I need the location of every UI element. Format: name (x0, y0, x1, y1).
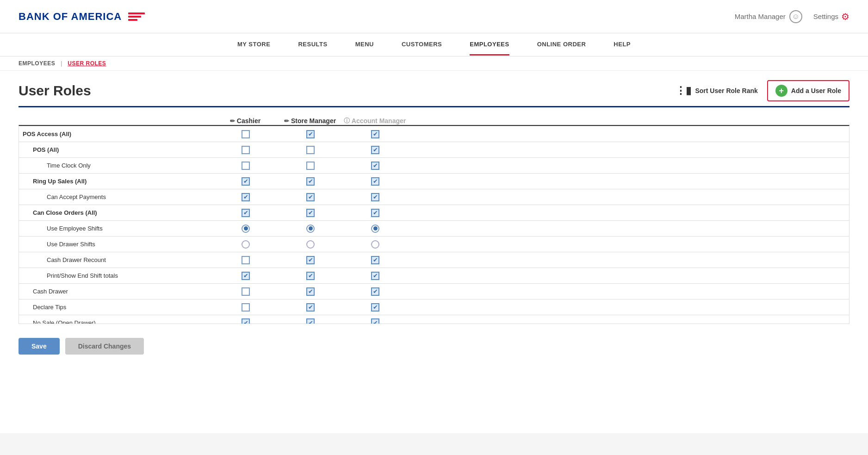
perm-cell-store-manager[interactable] (278, 316, 343, 324)
radio-selected[interactable] (306, 224, 315, 233)
perm-cell-cashier[interactable] (213, 159, 278, 173)
checkbox-checked[interactable] (306, 209, 315, 217)
perm-cell-account-manager (343, 316, 408, 324)
perm-cell-account-manager (343, 175, 408, 188)
nav-help[interactable]: HELP (614, 34, 631, 56)
checkbox-checked[interactable] (242, 272, 250, 280)
perm-label: No Sale (Open Drawer) (19, 317, 213, 324)
checkbox-checked[interactable] (306, 177, 315, 186)
perm-cell-store-manager[interactable] (278, 127, 343, 141)
radio-selected[interactable] (242, 224, 250, 233)
perm-cell-store-manager[interactable] (278, 175, 343, 188)
checkbox-checked (371, 287, 379, 296)
user-name: Martha Manager (735, 12, 786, 20)
checkbox-checked[interactable] (242, 177, 250, 186)
perm-cell-store-manager[interactable] (278, 190, 343, 204)
checkbox-checked[interactable] (306, 256, 315, 264)
checkbox-checked[interactable] (242, 209, 250, 217)
perm-cell-account-manager (343, 190, 408, 204)
perm-label: Can Accept Payments (19, 191, 213, 203)
table-row: Use Drawer Shifts (19, 236, 849, 252)
sort-user-role-rank-button[interactable]: ⋮▮ Sort User Role Rank (676, 85, 757, 97)
perm-cell-cashier[interactable] (213, 206, 278, 220)
table-row: Can Close Orders (All) (19, 205, 849, 220)
perm-cell-store-manager[interactable] (278, 143, 343, 157)
perm-cell-cashier[interactable] (213, 175, 278, 188)
checkbox-checked[interactable] (306, 193, 315, 201)
perm-cell-account-manager (343, 222, 408, 236)
checkbox-checked[interactable] (306, 287, 315, 296)
permissions-table[interactable]: POS Access (All) POS (All) (19, 125, 849, 324)
nav-customers[interactable]: CUSTOMERS (402, 34, 442, 56)
nav-my-store[interactable]: MY STORE (237, 34, 270, 56)
settings-link[interactable]: Settings ⚙ (813, 11, 849, 22)
table-row: No Sale (Open Drawer) (19, 315, 849, 324)
perm-label: Use Employee Shifts (19, 222, 213, 235)
perm-cell-store-manager[interactable] (278, 206, 343, 220)
perm-cell-store-manager[interactable] (278, 269, 343, 283)
perm-cell-account-manager (343, 269, 408, 283)
perm-cell-store-manager[interactable] (278, 253, 343, 267)
checkbox-checked (371, 130, 379, 138)
perm-cell-cashier[interactable] (213, 143, 278, 157)
table-row: Cash Drawer (19, 283, 849, 299)
checkbox[interactable] (306, 162, 315, 170)
perm-cell-store-manager[interactable] (278, 222, 343, 236)
perm-cell-cashier[interactable] (213, 300, 278, 314)
nav-employees[interactable]: EMPLOYEES (470, 34, 509, 56)
checkbox[interactable] (242, 162, 250, 170)
checkbox-checked (371, 272, 379, 280)
checkbox[interactable] (242, 303, 250, 312)
perm-cell-cashier[interactable] (213, 237, 278, 251)
breadcrumb: EMPLOYEES | USER ROLES (0, 56, 868, 71)
role-header-store-manager: ✏ Store Manager (278, 117, 342, 125)
checkbox[interactable] (242, 287, 250, 296)
save-button[interactable]: Save (19, 338, 60, 355)
discard-button[interactable]: Discard Changes (65, 338, 144, 355)
perm-cell-store-manager[interactable] (278, 300, 343, 314)
table-row: Time Clock Only (19, 157, 849, 173)
logo-area: BANK OF AMERICA (19, 11, 145, 23)
top-header: BANK OF AMERICA Martha Manager ☺ Setting… (0, 0, 868, 33)
checkbox-checked[interactable] (242, 193, 250, 201)
checkbox-checked[interactable] (306, 272, 315, 280)
checkbox-checked[interactable] (306, 303, 315, 312)
radio-unselected[interactable] (306, 240, 315, 249)
nav-results[interactable]: RESULTS (298, 34, 327, 56)
nav-online-order[interactable]: ONLINE ORDER (537, 34, 586, 56)
checkbox[interactable] (306, 146, 315, 154)
perm-cell-cashier[interactable] (213, 253, 278, 267)
checkbox-checked[interactable] (306, 318, 315, 324)
breadcrumb-parent[interactable]: EMPLOYEES (19, 60, 55, 67)
role-headers: ✏ Cashier ✏ Store Manager ⓘ Account Mana… (19, 117, 849, 125)
perm-cell-store-manager[interactable] (278, 159, 343, 173)
perm-cell-cashier[interactable] (213, 316, 278, 324)
perm-cell-cashier[interactable] (213, 222, 278, 236)
checkbox-checked[interactable] (306, 130, 315, 138)
table-row: Can Accept Payments (19, 189, 849, 205)
breadcrumb-current[interactable]: USER ROLES (68, 60, 106, 67)
perm-cell-store-manager[interactable] (278, 237, 343, 251)
checkbox[interactable] (242, 256, 250, 264)
edit-cashier-icon: ✏ (230, 118, 235, 125)
checkbox-checked (371, 162, 379, 170)
logo-flag (128, 12, 145, 21)
perm-cell-account-manager (343, 159, 408, 173)
perm-cell-cashier[interactable] (213, 285, 278, 299)
perm-cell-store-manager[interactable] (278, 285, 343, 299)
checkbox[interactable] (242, 130, 250, 138)
perm-label: Cash Drawer Recount (19, 254, 213, 266)
perm-cell-cashier[interactable] (213, 127, 278, 141)
add-user-role-button[interactable]: + Add a User Role (767, 80, 849, 101)
checkbox[interactable] (242, 146, 250, 154)
checkbox-checked[interactable] (242, 318, 250, 324)
perm-cell-cashier[interactable] (213, 269, 278, 283)
radio-unselected[interactable] (242, 240, 250, 249)
perm-cell-cashier[interactable] (213, 190, 278, 204)
help-account-manager-icon: ⓘ (344, 117, 350, 125)
checkbox-checked (371, 177, 379, 186)
checkbox-checked (371, 193, 379, 201)
title-actions: ⋮▮ Sort User Role Rank + Add a User Role (676, 80, 849, 101)
nav-menu[interactable]: MENU (355, 34, 374, 56)
checkbox-checked (371, 256, 379, 264)
